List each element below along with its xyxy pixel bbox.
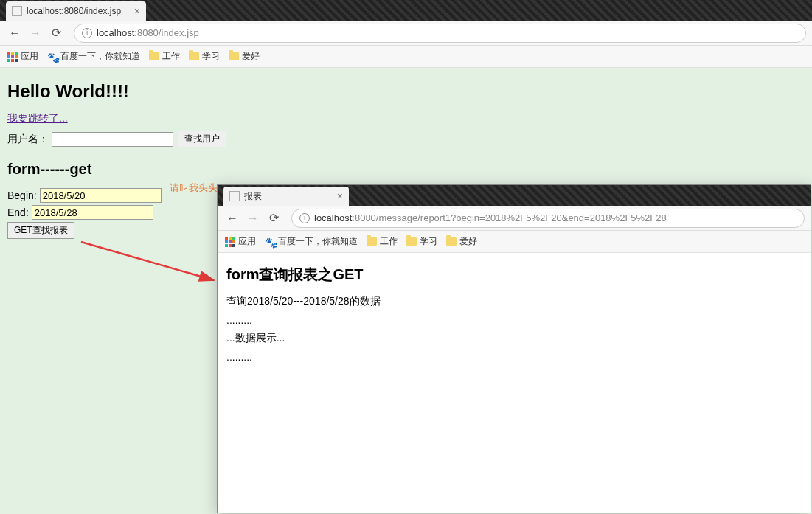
result-line: ...数据展示... bbox=[226, 332, 802, 345]
tab-title: localhost:8080/index.jsp bbox=[27, 6, 121, 16]
bookmark-folder-hobby[interactable]: 爱好 bbox=[229, 50, 260, 63]
reload-button[interactable]: ⟳ bbox=[265, 209, 282, 227]
end-input[interactable] bbox=[32, 205, 153, 220]
formget-heading: form------get bbox=[7, 161, 805, 178]
tab-bar: localhost:8080/index.jsp × bbox=[0, 0, 812, 21]
begin-input[interactable] bbox=[40, 188, 162, 203]
bookmark-label: 学习 bbox=[202, 50, 220, 63]
back-button[interactable]: ← bbox=[223, 209, 241, 227]
address-bar[interactable]: i localhost:8080/message/report1?begin=2… bbox=[291, 209, 805, 228]
bookmark-label: 百度一下，你就知道 bbox=[278, 235, 358, 248]
info-icon[interactable]: i bbox=[299, 213, 310, 223]
folder-icon bbox=[229, 52, 239, 60]
username-row: 用户名： 查找用户 bbox=[7, 131, 805, 147]
get-report-button[interactable]: GET查找报表 bbox=[7, 222, 74, 239]
tab-title: 报表 bbox=[244, 190, 262, 203]
page-heading: form查询报表之GET bbox=[226, 265, 802, 285]
tab-bar: 报表 × bbox=[218, 185, 811, 206]
url-host: localhost bbox=[97, 27, 134, 38]
apps-icon bbox=[7, 52, 18, 62]
bookmark-folder-study[interactable]: 学习 bbox=[406, 235, 437, 248]
username-label: 用户名： bbox=[7, 133, 49, 146]
result-line: 查询2018/5/20---2018/5/28的数据 bbox=[226, 295, 802, 308]
bookmark-label: 工作 bbox=[380, 235, 398, 248]
bookmark-label: 爱好 bbox=[459, 235, 477, 248]
page-heading: Hello World!!!! bbox=[7, 81, 805, 102]
browser-tab[interactable]: 报表 × bbox=[223, 187, 349, 206]
username-input[interactable] bbox=[52, 132, 173, 147]
close-icon[interactable]: × bbox=[134, 5, 140, 17]
bookmark-label: 工作 bbox=[162, 50, 180, 63]
apps-label: 应用 bbox=[21, 50, 38, 63]
bookmark-baidu[interactable]: 🐾 百度一下，你就知道 bbox=[47, 50, 140, 63]
url-path: :8080/message/report1 bbox=[352, 212, 451, 223]
back-button[interactable]: ← bbox=[6, 24, 24, 42]
address-bar[interactable]: i localhost:8080/index.jsp bbox=[74, 24, 806, 43]
bookmark-baidu[interactable]: 🐾 百度一下，你就知道 bbox=[265, 235, 358, 248]
bookmark-folder-work[interactable]: 工作 bbox=[367, 235, 398, 248]
url-host: localhost bbox=[314, 212, 352, 223]
browser-tab[interactable]: localhost:8080/index.jsp × bbox=[6, 1, 146, 21]
forward-button: → bbox=[244, 209, 262, 227]
bookmark-folder-study[interactable]: 学习 bbox=[189, 50, 220, 63]
begin-label: Begin: bbox=[7, 190, 37, 201]
bookmark-label: 百度一下，你就知道 bbox=[60, 50, 140, 63]
folder-icon bbox=[189, 52, 199, 60]
forward-button: → bbox=[27, 24, 44, 42]
apps-button[interactable]: 应用 bbox=[7, 50, 38, 63]
search-user-button[interactable]: 查找用户 bbox=[178, 131, 226, 147]
bookmark-folder-hobby[interactable]: 爱好 bbox=[446, 235, 477, 248]
toolbar: ← → ⟳ i localhost:8080/index.jsp bbox=[0, 21, 812, 46]
jump-link[interactable]: 我要跳转了... bbox=[7, 112, 68, 125]
url-query: ?begin=2018%2F5%2F20&end=2018%2F5%2F28 bbox=[451, 212, 667, 223]
folder-icon bbox=[149, 52, 159, 60]
bookmark-folder-work[interactable]: 工作 bbox=[149, 50, 180, 63]
url-path: :8080/index.jsp bbox=[134, 27, 198, 38]
paw-icon: 🐾 bbox=[265, 237, 275, 247]
folder-icon bbox=[406, 237, 417, 246]
folder-icon bbox=[446, 237, 457, 246]
page-icon bbox=[229, 191, 240, 201]
bookmarks-bar: 应用 🐾 百度一下，你就知道 工作 学习 爱好 bbox=[0, 46, 812, 68]
bookmarks-bar: 应用 🐾 百度一下，你就知道 工作 学习 爱好 bbox=[218, 231, 811, 253]
secondary-window: 报表 × ← → ⟳ i localhost:8080/message/repo… bbox=[217, 184, 811, 513]
result-line: ......... bbox=[226, 314, 802, 326]
folder-icon bbox=[367, 237, 377, 246]
close-icon[interactable]: × bbox=[337, 190, 343, 202]
page-icon bbox=[12, 6, 22, 16]
reload-button[interactable]: ⟳ bbox=[47, 24, 65, 42]
toolbar: ← → ⟳ i localhost:8080/message/report1?b… bbox=[218, 206, 811, 231]
bookmark-label: 学习 bbox=[420, 235, 437, 248]
apps-button[interactable]: 应用 bbox=[225, 235, 256, 248]
paw-icon: 🐾 bbox=[47, 52, 58, 62]
result-line: ......... bbox=[226, 351, 802, 363]
bookmark-label: 爱好 bbox=[242, 50, 260, 63]
info-icon[interactable]: i bbox=[82, 28, 92, 38]
apps-label: 应用 bbox=[238, 235, 256, 248]
page-content: form查询报表之GET 查询2018/5/20---2018/5/28的数据 … bbox=[218, 253, 811, 372]
apps-icon bbox=[225, 237, 235, 247]
end-label: End: bbox=[7, 206, 29, 218]
